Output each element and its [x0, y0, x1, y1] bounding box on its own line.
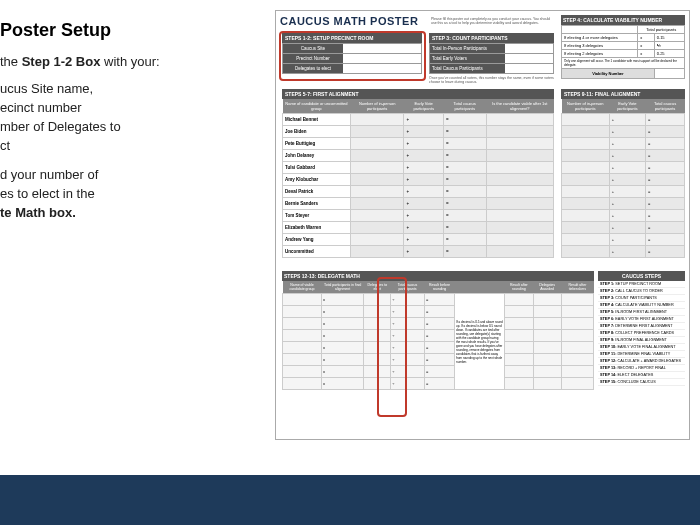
- step3-note: Once you've counted all voters, this num…: [429, 76, 554, 84]
- candidate-row: Elizabeth Warren+=: [283, 222, 554, 234]
- viability-box: STEP 4: CALCULATE VIABILITY NUMBER Total…: [561, 15, 685, 79]
- final-header: STEPS 9-11: FINAL ALIGNMENT: [561, 89, 685, 99]
- first-alignment-table: Name of candidate or uncommitted groupNu…: [282, 99, 554, 258]
- instruction-line: d your number of: [0, 167, 220, 182]
- viability-table: Total participants If electing 4 or more…: [561, 25, 685, 79]
- step4-header: STEP 4: CALCULATE VIABILITY NUMBER: [561, 15, 685, 25]
- count-row: Total In-Person Participants: [429, 43, 554, 54]
- final-row: +=: [562, 150, 685, 162]
- caucus-step: STEP 4: CALCULATE VIABILITY NUMBER: [598, 302, 685, 309]
- final-row: +=: [562, 162, 685, 174]
- final-row: +=: [562, 114, 685, 126]
- final-row: +=: [562, 222, 685, 234]
- bullet-item: ct: [0, 138, 220, 153]
- final-row: +=: [562, 186, 685, 198]
- caucus-step: STEP 10: EARLY VOTE FINAL ALIGNMENT: [598, 344, 685, 351]
- delegate-row: x÷=: [283, 306, 594, 318]
- caucus-step: STEP 3: COUNT PARTICIPANTS: [598, 295, 685, 302]
- final-row: +=: [562, 198, 685, 210]
- candidate-row: John Delaney+=: [283, 150, 554, 162]
- caucus-step: STEP 6: EARLY VOTE FIRST ALIGNMENT: [598, 316, 685, 323]
- caucus-step: STEP 9: IN-ROOM FINAL ALIGNMENT: [598, 337, 685, 344]
- page-title: Poster Setup: [0, 20, 220, 41]
- delegate-row: x÷=: [283, 318, 594, 330]
- final-row: +=: [562, 138, 685, 150]
- caucus-steps-box: CAUCUS STEPS STEP 1: SETUP PRECINCT ROOM…: [598, 271, 685, 386]
- caucus-step: STEP 13: RECORD + REPORT FINAL: [598, 365, 685, 372]
- final-alignment-table: Number of in-person participantsEarly Vo…: [561, 99, 685, 258]
- setup-precinct-box: STEPS 1-2: SETUP PRECINCT ROOM Caucus Si…: [282, 33, 422, 74]
- final-alignment-box: STEPS 9-11: FINAL ALIGNMENT Number of in…: [561, 89, 685, 258]
- steps-header: CAUCUS STEPS: [598, 271, 685, 281]
- candidate-row: Uncommitted+=: [283, 246, 554, 258]
- candidate-row: Andrew Yang+=: [283, 234, 554, 246]
- caucus-step: STEP 5: IN-ROOM FIRST ALIGNMENT: [598, 309, 685, 316]
- setup-row: Delegates to elect: [282, 64, 422, 74]
- candidate-row: Amy Klobuchar+=: [283, 174, 554, 186]
- caucus-step: STEP 1: SETUP PRECINCT ROOM: [598, 281, 685, 288]
- delegate-row: x÷=: [283, 354, 594, 366]
- delegate-header: STEPS 12-13: DELEGATE MATH: [282, 271, 594, 281]
- candidate-row: Bernie Sanders+=: [283, 198, 554, 210]
- count-row: Total Caucus Participants: [429, 64, 554, 74]
- setup-row: Caucus Site: [282, 43, 422, 54]
- first-alignment-box: STEPS 5-7: FIRST ALIGNMENT Name of candi…: [282, 89, 554, 258]
- bullet-item: ecinct number: [0, 100, 220, 115]
- instructions-panel: Poster Setup the Step 1-2 Box with your:…: [0, 20, 220, 224]
- viability-row: If electing 2 delegatesx0.25: [562, 50, 685, 58]
- final-row: +=: [562, 234, 685, 246]
- caucus-step: STEP 14: ELECT DELEGATES: [598, 372, 685, 379]
- count-participants-box: STEP 3: COUNT PARTICIPANTS Total In-Pers…: [429, 33, 554, 84]
- instruction-line: te Math box.: [0, 205, 220, 220]
- candidate-row: Joe Biden+=: [283, 126, 554, 138]
- delegate-math-table: Name of viable candidate groupTotal part…: [282, 281, 594, 390]
- candidate-row: Tulsi Gabbard+=: [283, 162, 554, 174]
- caucus-step: STEP 12: CALCULATE + AWARD DELEGATES: [598, 358, 685, 365]
- step12-header: STEPS 1-2: SETUP PRECINCT ROOM: [282, 33, 422, 43]
- final-row: +=: [562, 210, 685, 222]
- final-row: +=: [562, 246, 685, 258]
- setup-row: Precinct Number: [282, 54, 422, 64]
- step3-header: STEP 3: COUNT PARTICIPANTS: [429, 33, 554, 43]
- caucus-step: STEP 7: DETERMINE FIRST ALIGNMENT: [598, 323, 685, 330]
- caucus-step: STEP 2: CALL CAUCUS TO ORDER: [598, 288, 685, 295]
- instruction-line: the Step 1-2 Box with your:: [0, 53, 220, 71]
- candidate-row: Tom Steyer+=: [283, 210, 554, 222]
- caucus-poster: CAUCUS MATH POSTER Please fill this post…: [275, 10, 690, 440]
- caucus-step: STEP 8: COLLECT PREFERENCE CARDS: [598, 330, 685, 337]
- bullet-item: mber of Delegates to: [0, 119, 220, 134]
- candidate-row: Michael Bennet+=: [283, 114, 554, 126]
- count-row: Total Early Voters: [429, 54, 554, 64]
- delegate-row: x÷=: [283, 330, 594, 342]
- caucus-step: STEP 15: CONCLUDE CAUCUS: [598, 379, 685, 386]
- delegate-row: x÷=If a decimal is 0.5 and above round u…: [283, 294, 594, 306]
- candidate-row: Deval Patrick+=: [283, 186, 554, 198]
- delegate-row: x÷=: [283, 378, 594, 390]
- instruction-line: es to elect in the: [0, 186, 220, 201]
- delegate-math-box: STEPS 12-13: DELEGATE MATH Name of viabl…: [282, 271, 594, 390]
- delegate-row: x÷=: [283, 366, 594, 378]
- candidate-row: Pete Buttigieg+=: [283, 138, 554, 150]
- bullet-item: ucus Site name,: [0, 81, 220, 96]
- viability-row: If electing 3 delegatesx⅙: [562, 42, 685, 50]
- viability-row: If electing 4 or more delegatesx0.15: [562, 34, 685, 42]
- delegate-row: x÷=: [283, 342, 594, 354]
- footer-bar: [0, 475, 700, 525]
- final-row: +=: [562, 126, 685, 138]
- final-row: +=: [562, 174, 685, 186]
- poster-subtitle: Please fill this poster out completely a…: [431, 17, 551, 25]
- caucus-step: STEP 11: DETERMINE FINAL VIABILITY: [598, 351, 685, 358]
- first-align-header: STEPS 5-7: FIRST ALIGNMENT: [282, 89, 554, 99]
